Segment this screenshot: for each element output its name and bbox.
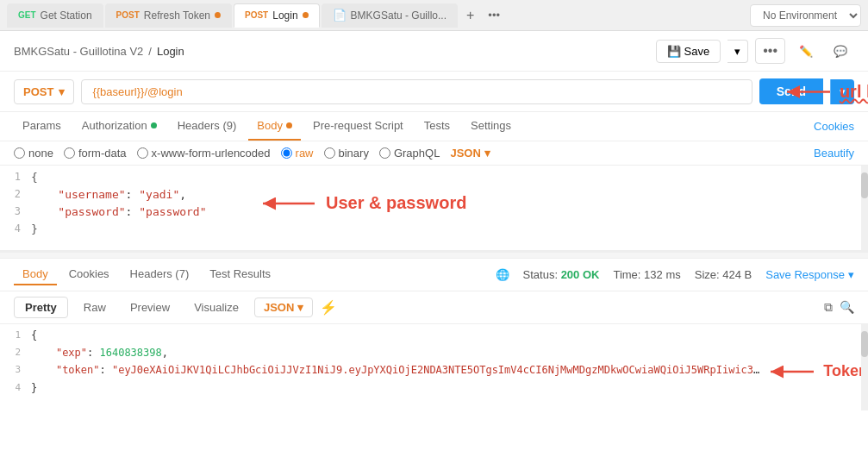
exp-key: "exp": [56, 347, 87, 359]
radio-none-input[interactable]: [14, 147, 25, 159]
tab-get-station[interactable]: GET Get Station: [7, 3, 103, 28]
tab-tests[interactable]: Tests: [415, 112, 459, 141]
breadcrumb-root[interactable]: BMKGSatu - Guillotina V2: [14, 45, 143, 58]
tab-login[interactable]: POST Login: [234, 3, 320, 28]
save-button[interactable]: 💾 Save: [656, 40, 721, 63]
tab-bar: GET Get Station POST Refresh Token POST …: [0, 0, 868, 31]
pretty-button[interactable]: Pretty: [14, 297, 68, 318]
radio-urlencoded[interactable]: x-www-form-urlencoded: [137, 147, 271, 160]
size-value: 424 B: [722, 268, 752, 281]
time-label: Time: 132 ms: [613, 268, 680, 281]
response-area: Body Cookies Headers (7) Test Results 🌐 …: [0, 259, 868, 410]
exp-val: 1640838398: [99, 347, 161, 359]
tab-label-login: Login: [272, 9, 297, 22]
save-dropdown-button[interactable]: ▾: [727, 40, 748, 63]
tab-authorization[interactable]: Authorization: [73, 112, 165, 141]
radio-none-label: none: [28, 147, 53, 160]
resp-tab-cookies[interactable]: Cookies: [60, 264, 118, 285]
editor-scrollbar[interactable]: [861, 166, 868, 250]
more-options-button[interactable]: •••: [755, 38, 785, 64]
tab-body[interactable]: Body: [248, 112, 301, 141]
tab-bmkgsatu[interactable]: 📄 BMKGSatu - Guillo...: [322, 3, 458, 28]
tab-settings[interactable]: Settings: [462, 112, 520, 141]
resp-num-3: 3: [0, 362, 31, 375]
resp-num-2: 2: [0, 345, 31, 358]
resp-json-chevron: ▾: [297, 301, 303, 314]
breadcrumb-bar: BMKGSatu - Guillotina V2 / Login 💾 Save …: [0, 31, 868, 72]
resp-content-2: "exp": 1640838398,: [31, 345, 868, 359]
code-line-4: 4 }: [0, 221, 868, 238]
send-dropdown-button[interactable]: ▾: [830, 79, 854, 104]
radio-raw-input[interactable]: [281, 147, 292, 159]
tab-refresh-token[interactable]: POST Refresh Token: [105, 3, 232, 28]
radio-form-data-label: form-data: [78, 147, 127, 160]
response-scrollbar-thumb: [861, 331, 868, 357]
tab-add-button[interactable]: +: [459, 8, 481, 23]
environment-select[interactable]: No Environment: [750, 4, 861, 27]
filter-icon[interactable]: ⚡: [320, 299, 337, 316]
radio-none[interactable]: none: [14, 147, 53, 160]
raw-button[interactable]: Raw: [75, 298, 115, 317]
cookies-link[interactable]: Cookies: [814, 120, 854, 133]
response-sub-right: ⧉ 🔍: [824, 300, 854, 315]
resp-tab-test-results[interactable]: Test Results: [201, 264, 279, 285]
token-arrow-svg: [766, 363, 818, 380]
json-select-label: JSON: [450, 147, 480, 160]
response-scrollbar[interactable]: [861, 324, 868, 410]
resp-content-1: {: [31, 328, 868, 341]
authorization-dot: [151, 122, 157, 128]
radio-form-data[interactable]: form-data: [64, 147, 127, 160]
code-line-2: 2 "username": "yadi",: [0, 186, 868, 204]
edit-icon[interactable]: ✏️: [792, 41, 820, 62]
line-num-1: 1: [0, 169, 31, 183]
tab-pre-request-label: Pre-request Script: [313, 119, 403, 132]
url-input[interactable]: [81, 79, 752, 104]
token-val: "eyJ0eXAiOiJKV1QiLCJhbGciOiJJVzI1NiJ9.ey…: [112, 364, 759, 376]
sub-tabs-left: Params Authorization Headers (9) Body Pr…: [14, 112, 520, 141]
breadcrumb-actions: 💾 Save ▾ ••• ✏️ 💬: [656, 38, 854, 64]
radio-raw[interactable]: raw: [281, 147, 314, 160]
radio-binary-input[interactable]: [324, 147, 335, 159]
file-icon: 📄: [333, 9, 347, 22]
radio-urlencoded-input[interactable]: [137, 147, 148, 159]
tab-pre-request[interactable]: Pre-request Script: [304, 112, 412, 141]
beautify-button[interactable]: Beautify: [814, 147, 854, 160]
resp-line-1: 1 {: [0, 328, 868, 345]
tab-headers[interactable]: Headers (9): [169, 112, 246, 141]
copy-icon[interactable]: ⧉: [824, 300, 833, 315]
breadcrumb: BMKGSatu - Guillotina V2 / Login: [14, 45, 184, 58]
comment-icon[interactable]: 💬: [827, 41, 854, 62]
radio-graphql-input[interactable]: [379, 147, 390, 159]
tab-more-button[interactable]: •••: [483, 9, 505, 22]
line-num-3: 3: [0, 204, 31, 217]
body-dot: [286, 122, 292, 128]
resp-tab-body[interactable]: Body: [14, 264, 57, 285]
resp-json-select[interactable]: JSON ▾: [254, 298, 313, 317]
line-content-3: "password": "password": [31, 204, 868, 218]
method-select[interactable]: POST ▾: [14, 79, 74, 104]
preview-button[interactable]: Preview: [122, 298, 178, 317]
save-response-button[interactable]: Save Response ▾: [765, 268, 854, 281]
tab-dot-refresh: [215, 12, 221, 18]
send-button[interactable]: Send: [759, 78, 823, 104]
resp-content-4: }: [31, 380, 868, 394]
resp-tab-headers-label: Headers (7): [130, 267, 190, 280]
tab-authorization-label: Authorization: [82, 119, 147, 132]
radio-form-data-input[interactable]: [64, 147, 75, 159]
visualize-button[interactable]: Visualize: [185, 298, 247, 317]
save-response-chevron: ▾: [848, 268, 854, 281]
resp-tab-headers[interactable]: Headers (7): [122, 264, 198, 285]
search-icon[interactable]: 🔍: [840, 300, 854, 315]
code-line-1: 1 {: [0, 169, 868, 186]
code-editor-wrap: 1 { 2 "username": "yadi", 3 "password": …: [0, 166, 868, 252]
code-editor[interactable]: 1 { 2 "username": "yadi", 3 "password": …: [0, 166, 868, 252]
tab-settings-label: Settings: [471, 119, 511, 132]
json-select[interactable]: JSON ▾: [450, 147, 490, 160]
radio-binary-label: binary: [339, 147, 369, 160]
radio-binary[interactable]: binary: [324, 147, 369, 160]
line-num-4: 4: [0, 221, 31, 235]
radio-graphql[interactable]: GraphQL: [379, 147, 440, 160]
method-chevron: ▾: [59, 85, 65, 98]
tab-params[interactable]: Params: [14, 112, 70, 141]
body-options: none form-data x-www-form-urlencoded raw…: [0, 141, 868, 166]
